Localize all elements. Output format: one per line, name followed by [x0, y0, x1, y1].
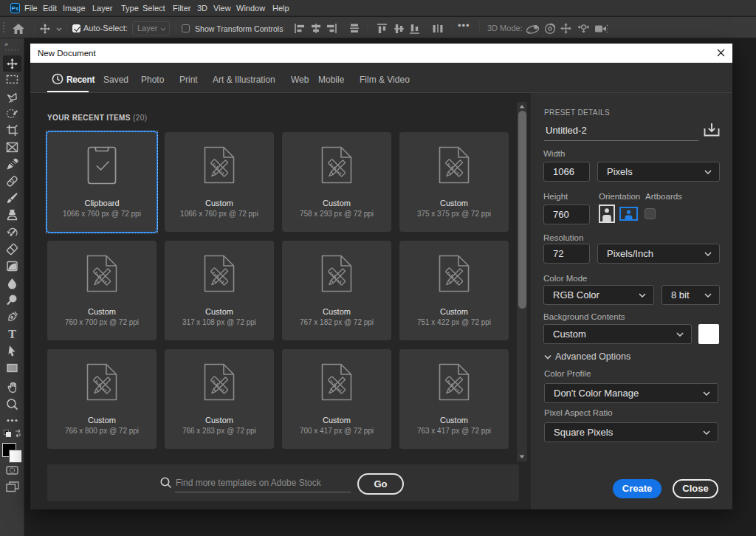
svg-text:T: T [8, 328, 16, 340]
